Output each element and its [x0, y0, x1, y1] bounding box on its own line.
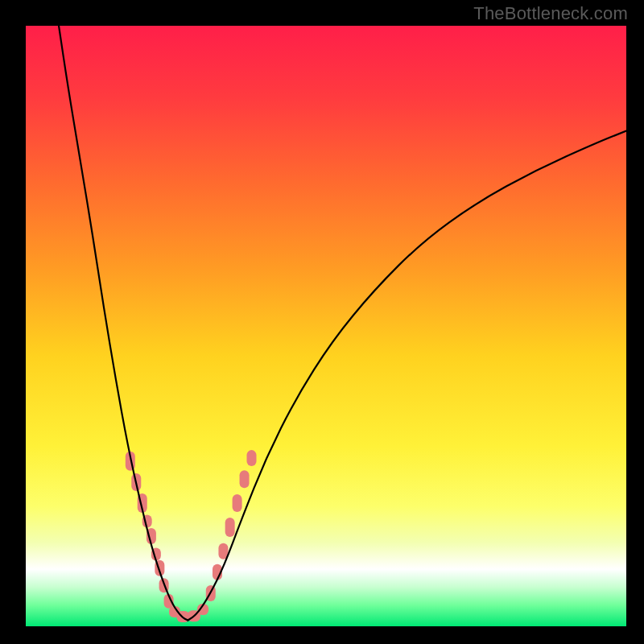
curve-left-branch	[59, 26, 188, 621]
plot-area	[26, 26, 626, 626]
data-marker	[240, 470, 250, 488]
curve-right-branch	[188, 131, 626, 621]
curve-layer	[26, 26, 626, 626]
chart-frame: TheBottleneck.com	[0, 0, 644, 644]
data-marker	[233, 494, 242, 512]
watermark-text: TheBottleneck.com	[473, 3, 628, 24]
data-marker	[246, 450, 256, 466]
data-markers	[126, 450, 257, 622]
data-marker	[225, 518, 235, 537]
